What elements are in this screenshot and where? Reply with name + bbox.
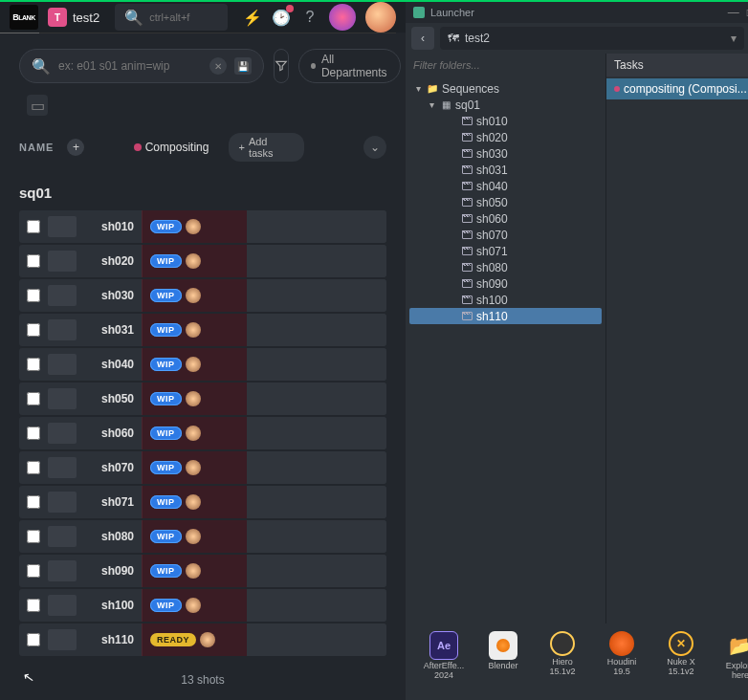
assignee-avatar[interactable]	[186, 426, 201, 441]
table-row[interactable]: sh030 WIP	[19, 279, 386, 312]
add-column-button[interactable]: +	[67, 139, 84, 156]
assignee-avatar[interactable]	[186, 357, 201, 372]
compositing-cell[interactable]: WIP	[142, 348, 247, 381]
row-thumbnail[interactable]	[48, 560, 77, 581]
assignee-avatar[interactable]	[186, 253, 201, 269]
compositing-cell[interactable]: WIP	[142, 589, 247, 622]
minimize-button[interactable]: —	[728, 6, 739, 19]
row-thumbnail[interactable]	[48, 285, 77, 306]
row-checkbox[interactable]	[27, 358, 40, 371]
departments-dropdown[interactable]: All Departments	[298, 49, 401, 83]
row-thumbnail[interactable]	[48, 354, 77, 375]
table-row[interactable]: sh071 WIP	[19, 486, 386, 518]
app-launcher[interactable]: AeAfterEffe... 2024	[421, 631, 467, 681]
row-thumbnail[interactable]	[48, 388, 77, 409]
assignee-avatar[interactable]	[186, 288, 201, 303]
breadcrumb[interactable]: 🗺 test2 ▾	[440, 27, 744, 50]
filter-button[interactable]	[274, 49, 289, 83]
compositing-cell[interactable]: WIP	[142, 451, 247, 484]
compositing-cell[interactable]: WIP	[142, 486, 247, 518]
user-avatar[interactable]	[365, 2, 396, 33]
assignee-avatar[interactable]	[186, 391, 201, 406]
tree-item[interactable]: sh020	[409, 129, 602, 145]
app-launcher[interactable]: Blender	[480, 631, 526, 671]
add-tasks-button[interactable]: + Add tasks	[229, 133, 304, 162]
clip-icon[interactable]	[329, 4, 356, 31]
row-checkbox[interactable]	[27, 530, 40, 543]
row-checkbox[interactable]	[27, 254, 40, 268]
table-row[interactable]: sh100 WIP	[19, 589, 386, 622]
table-row[interactable]: sh060 WIP	[19, 417, 386, 449]
table-row[interactable]: sh050 WIP	[19, 383, 386, 415]
tree-item[interactable]: sh031	[409, 162, 602, 178]
row-checkbox[interactable]	[27, 392, 40, 405]
table-row[interactable]: sh010 WIP	[19, 210, 386, 243]
row-thumbnail[interactable]	[48, 595, 77, 616]
tree-item[interactable]: sh040	[409, 178, 602, 194]
table-row[interactable]: sh020 WIP	[19, 245, 386, 277]
tree-item[interactable]: sh050	[409, 194, 602, 210]
compositing-cell[interactable]: WIP	[142, 417, 247, 449]
app-launcher[interactable]: Hiero 15.1v2	[539, 631, 585, 677]
assignee-avatar[interactable]	[186, 598, 201, 613]
assignee-avatar[interactable]	[186, 322, 201, 338]
nav-back-button[interactable]: ‹	[411, 27, 434, 50]
row-checkbox[interactable]	[27, 427, 40, 440]
row-checkbox[interactable]	[27, 289, 40, 302]
table-row[interactable]: sh070 WIP	[19, 451, 386, 484]
help-icon[interactable]: ?	[300, 8, 319, 27]
filter-search-input[interactable]	[58, 59, 202, 73]
assignee-avatar[interactable]	[186, 563, 201, 579]
assignee-avatar[interactable]	[186, 529, 201, 544]
app-launcher[interactable]: Nuke X 15.1v2	[658, 631, 704, 677]
assignee-avatar[interactable]	[186, 219, 201, 234]
row-thumbnail[interactable]	[48, 526, 77, 547]
tree-item[interactable]: sh060	[409, 210, 602, 227]
task-item[interactable]: compositing (Composi...	[606, 78, 748, 99]
clear-search-button[interactable]: ✕	[209, 57, 227, 75]
global-search-input[interactable]	[149, 11, 218, 23]
row-checkbox[interactable]	[27, 323, 40, 337]
filter-search[interactable]: 🔍 ✕ 💾	[19, 49, 264, 83]
app-launcher[interactable]: Houdini 19.5	[599, 631, 645, 677]
table-row[interactable]: sh080 WIP	[19, 520, 386, 553]
table-row[interactable]: sh040 WIP	[19, 348, 386, 381]
compositing-column-header[interactable]: Compositing	[134, 141, 218, 154]
tree-filter-input[interactable]	[413, 54, 598, 77]
compositing-cell[interactable]: READY	[142, 623, 247, 656]
card-view-toggle[interactable]: ▭	[27, 95, 48, 116]
tree-item[interactable]: sh080	[409, 259, 602, 275]
row-thumbnail[interactable]	[48, 457, 77, 478]
project-chip[interactable]: T test2	[48, 8, 99, 27]
row-checkbox[interactable]	[27, 495, 40, 509]
row-thumbnail[interactable]	[48, 319, 77, 340]
compositing-cell[interactable]: WIP	[142, 520, 247, 553]
row-thumbnail[interactable]	[48, 492, 77, 513]
row-checkbox[interactable]	[27, 461, 40, 474]
tree-item[interactable]: sh110	[409, 308, 602, 324]
collapse-column-button[interactable]: ⌄	[363, 136, 386, 159]
compositing-cell[interactable]: WIP	[142, 245, 247, 277]
compositing-cell[interactable]: WIP	[142, 279, 247, 312]
tree-item[interactable]: sh010	[409, 113, 602, 129]
tree-item[interactable]: sh030	[409, 145, 602, 162]
row-checkbox[interactable]	[27, 633, 40, 646]
assignee-avatar[interactable]	[186, 494, 201, 510]
tree-item[interactable]: sh070	[409, 227, 602, 243]
tree-item[interactable]: ▾▦sq01	[409, 97, 602, 113]
row-thumbnail[interactable]	[48, 251, 77, 272]
table-row[interactable]: sh031 WIP	[19, 314, 386, 346]
row-thumbnail[interactable]	[48, 423, 77, 444]
lightning-icon[interactable]: ⚡	[243, 8, 262, 27]
tree-item[interactable]: sh090	[409, 275, 602, 292]
assignee-avatar[interactable]	[200, 632, 215, 647]
global-search[interactable]: 🔍	[115, 4, 228, 31]
compositing-cell[interactable]: WIP	[142, 210, 247, 243]
compositing-cell[interactable]: WIP	[142, 314, 247, 346]
row-thumbnail[interactable]	[48, 216, 77, 237]
notifications-icon[interactable]: 🕑	[272, 8, 291, 27]
assignee-avatar[interactable]	[186, 460, 201, 475]
table-row[interactable]: sh110 READY	[19, 623, 386, 656]
row-thumbnail[interactable]	[48, 629, 77, 650]
tree-item[interactable]: sh100	[409, 292, 602, 308]
